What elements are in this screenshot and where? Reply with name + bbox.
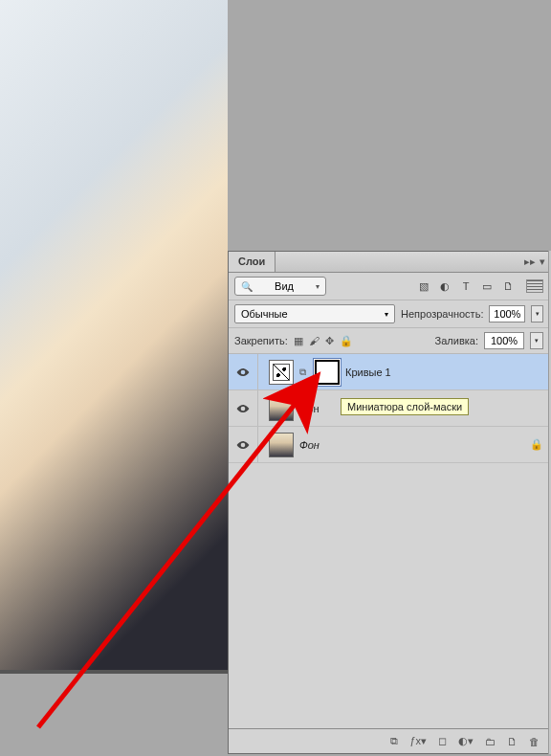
document-image[interactable] bbox=[0, 0, 228, 670]
panel-tabbar: Слои ▸▸ ▾ bbox=[229, 252, 549, 273]
new-layer-icon[interactable]: 🗋 bbox=[507, 736, 518, 747]
lock-transparency-icon[interactable]: ▦ bbox=[294, 335, 303, 347]
visibility-toggle[interactable] bbox=[234, 400, 252, 417]
new-group-icon[interactable]: 🗀 bbox=[485, 736, 496, 747]
collapse-icon[interactable]: ▸▸ bbox=[524, 256, 536, 268]
layers-panel: Слои ▸▸ ▾ 🔍 Вид ▾ ▧ ◐ T ▭ 🗋 Обычные ▾ Не… bbox=[228, 251, 549, 754]
panel-menu-icon[interactable] bbox=[526, 279, 543, 293]
fill-label: Заливка: bbox=[435, 335, 478, 346]
chevron-down-icon: ▾ bbox=[316, 282, 320, 291]
filter-adjustment-icon[interactable]: ◐ bbox=[438, 280, 452, 293]
filter-shape-icon[interactable]: ▭ bbox=[480, 280, 494, 293]
visibility-toggle[interactable] bbox=[234, 436, 252, 454]
chevron-down-icon: ▾ bbox=[385, 310, 388, 319]
opacity-label: Непрозрачность: bbox=[401, 308, 483, 320]
filter-row: 🔍 Вид ▾ ▧ ◐ T ▭ 🗋 bbox=[229, 273, 549, 300]
lock-position-icon[interactable]: ✥ bbox=[325, 335, 334, 347]
delete-layer-icon[interactable]: 🗑 bbox=[529, 736, 540, 747]
link-icon[interactable]: ⧉ bbox=[299, 367, 309, 378]
lock-icon: 🔒 bbox=[530, 438, 543, 451]
layer-row-background[interactable]: Фон 🔒 bbox=[229, 427, 549, 463]
layer-name[interactable]: Фон bbox=[299, 439, 524, 451]
new-adjustment-icon[interactable]: ◐▾ bbox=[458, 735, 474, 747]
layer-thumbnail[interactable] bbox=[269, 433, 294, 457]
opacity-dropdown[interactable]: ▾ bbox=[531, 305, 543, 322]
filter-type-icon[interactable]: T bbox=[459, 280, 473, 292]
filter-pixel-icon[interactable]: ▧ bbox=[417, 280, 430, 293]
filter-smart-icon[interactable]: 🗋 bbox=[501, 280, 515, 292]
layer-style-icon[interactable]: ƒx▾ bbox=[409, 735, 427, 747]
fill-dropdown[interactable]: ▾ bbox=[530, 332, 543, 349]
lock-pixels-icon[interactable]: 🖌 bbox=[309, 335, 320, 346]
lock-label: Закрепить: bbox=[234, 335, 288, 346]
visibility-toggle[interactable] bbox=[234, 364, 252, 381]
blend-row: Обычные ▾ Непрозрачность: 100% ▾ bbox=[229, 300, 549, 328]
lock-all-icon[interactable]: 🔒 bbox=[340, 335, 353, 347]
layer-filter-select[interactable]: 🔍 Вид ▾ bbox=[234, 277, 326, 296]
add-mask-icon[interactable]: ◻ bbox=[438, 735, 447, 747]
lock-row: Закрепить: ▦ 🖌 ✥ 🔒 Заливка: 100% ▾ bbox=[229, 328, 549, 354]
opacity-input[interactable]: 100% bbox=[489, 305, 525, 322]
blend-mode-select[interactable]: Обычные ▾ bbox=[234, 304, 395, 323]
fill-input[interactable]: 100% bbox=[484, 332, 524, 349]
link-layers-icon[interactable]: ⧉ bbox=[390, 735, 398, 747]
tab-layers[interactable]: Слои bbox=[229, 252, 276, 272]
layer-name[interactable]: Кривые 1 bbox=[345, 367, 543, 378]
search-icon: 🔍 bbox=[241, 281, 253, 292]
panel-footer: ⧉ ƒx▾ ◻ ◐▾ 🗀 🗋 🗑 bbox=[229, 728, 549, 753]
layer-row-curves[interactable]: ⧉ Кривые 1 bbox=[229, 354, 549, 390]
layer-thumbnail[interactable] bbox=[269, 396, 294, 421]
layer-mask-thumbnail[interactable] bbox=[315, 360, 340, 385]
canvas-border bbox=[0, 670, 228, 674]
adjustment-thumbnail[interactable] bbox=[269, 360, 294, 385]
blend-mode-value: Обычные bbox=[241, 308, 288, 320]
canvas-area bbox=[0, 0, 228, 756]
filter-label: Вид bbox=[275, 280, 294, 292]
expand-icon[interactable]: ▾ bbox=[540, 256, 545, 268]
tooltip: Миниатюра слой-маски bbox=[341, 398, 469, 415]
